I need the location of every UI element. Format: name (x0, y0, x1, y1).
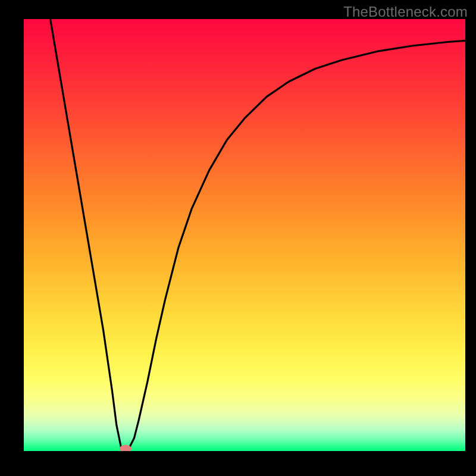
minimum-marker-dot (120, 445, 131, 451)
plot-area (24, 19, 465, 451)
bottleneck-curve (24, 19, 465, 451)
watermark-text: TheBottleneck.com (343, 4, 468, 20)
chart-frame: TheBottleneck.com (0, 0, 476, 476)
